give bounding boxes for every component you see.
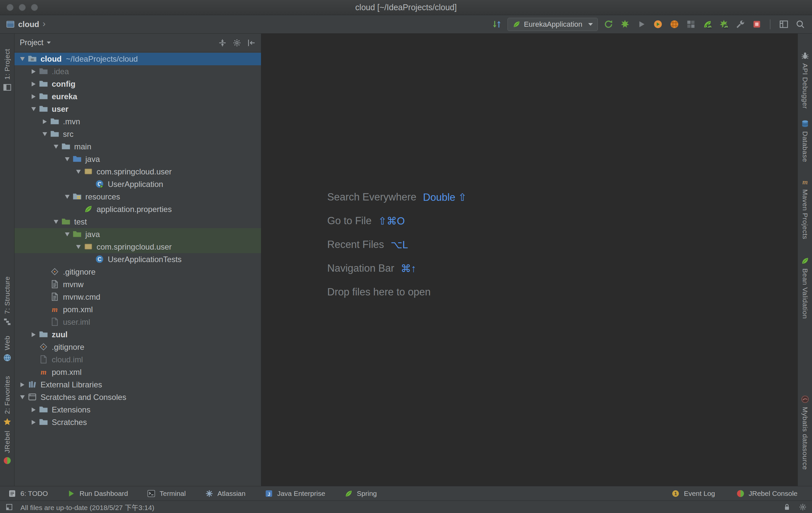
xrebel-icon[interactable] [668,19,680,30]
project-view-selector[interactable]: Project [20,38,44,47]
jrebel-debug-icon[interactable]: JR [718,19,730,30]
rerun-icon[interactable] [602,19,614,30]
tool-window-button-event-log[interactable]: 1Event Log [671,489,715,498]
tool-stripe-button-mybatis-datasource[interactable]: Mybatis datasource [798,395,812,470]
tree-item-extensions[interactable]: Extensions [14,403,261,416]
close-button[interactable] [7,4,13,11]
chevron-expanded-icon[interactable] [63,228,72,241]
tool-stripe-button-7-structure[interactable]: 7: Structure [0,276,14,326]
vcs-changes-icon[interactable] [491,19,503,30]
chevron-collapsed-icon[interactable] [29,65,38,78]
tool-stripe-button-1-project[interactable]: 1: Project [0,49,14,92]
run-with-jrebel-icon[interactable] [652,19,664,30]
minimize-button[interactable] [19,4,26,11]
editor-area[interactable]: Search EverywhereDouble ⇧Go to File⇧⌘ORe… [261,34,798,486]
tree-item-userapplicationtests[interactable]: CUserApplicationTests [14,253,261,266]
tool-window-button-6-todo[interactable]: 6: TODO [8,489,48,498]
chevron-expanded-icon[interactable] [40,128,50,140]
chevron-expanded-icon[interactable] [74,166,83,178]
tree-item-test[interactable]: test [14,216,261,228]
tree-item-cloud-iml[interactable]: cloud.iml [14,353,261,366]
tool-stripe-button-jrebel[interactable]: JRebel [0,431,14,465]
tree-item-label: UserApplication [108,180,163,189]
tree-item-com-springcloud-user[interactable]: com.springcloud.user [14,166,261,178]
tree-item--gitignore[interactable]: .gitignore [14,341,261,353]
chevron-spacer [40,316,50,329]
chevron-collapsed-icon[interactable] [29,78,38,90]
tool-stripe-button-2-favorites[interactable]: 2: Favorites [0,376,14,426]
tree-item-scratches-and-consoles[interactable]: Scratches and Consoles [14,391,261,403]
project-tool-icon [3,83,11,92]
tool-stripe-button-database[interactable]: Database [798,119,812,162]
jrebel-update-icon[interactable] [619,19,631,30]
tree-item-java[interactable]: java [14,153,261,166]
tree-item-main[interactable]: main [14,140,261,153]
breadcrumb-project[interactable]: cloud [18,20,39,29]
tool-window-button-run-dashboard[interactable]: Run Dashboard [67,489,128,498]
tree-item-pom-xml[interactable]: mpom.xml [14,366,261,378]
tree-item--idea[interactable]: .idea [14,65,261,78]
profiler-icon[interactable] [734,19,746,30]
tree-item-mvnw[interactable]: mvnw [14,278,261,291]
run-icon[interactable] [635,19,647,30]
tree-item-com-springcloud-user[interactable]: com.springcloud.user [14,241,261,253]
tree-item-application-properties[interactable]: application.properties [14,203,261,216]
jrebel-run-icon[interactable]: JR [701,19,713,30]
tool-stripe-button-maven-projects[interactable]: mMaven Projects [798,177,812,239]
tree-item-external-libraries[interactable]: External Libraries [14,378,261,391]
tree-item-config[interactable]: config [14,78,261,90]
tool-window-button-label: Terminal [160,490,185,497]
collapse-all-icon[interactable] [218,38,227,47]
chevron-collapsed-icon[interactable] [18,378,27,391]
chevron-collapsed-icon[interactable] [29,403,38,416]
toggle-stripes-icon[interactable] [5,503,13,511]
chevron-expanded-icon[interactable] [63,153,72,166]
chevron-expanded-icon[interactable] [51,140,61,153]
stop-icon[interactable] [751,19,762,30]
run-config-selector[interactable]: EurekaApplication [508,18,598,31]
tool-window-button-java-enterprise[interactable]: JJava Enterprise [265,489,325,498]
hector-icon[interactable] [799,503,807,511]
chevron-collapsed-icon[interactable] [29,329,38,341]
hide-panel-icon[interactable] [247,38,256,47]
tree-item-java[interactable]: java [14,228,261,241]
tool-stripe-button-web[interactable]: Web [0,336,14,362]
tree-item--gitignore[interactable]: .gitignore [14,266,261,278]
restore-layout-icon[interactable] [778,19,790,30]
tree-item-cloud[interactable]: cloud~/IdeaProjects/cloud [14,53,261,65]
chevron-expanded-icon[interactable] [51,216,61,228]
chevron-expanded-icon[interactable] [74,241,83,253]
tree-item-resources[interactable]: resources [14,191,261,203]
tool-window-button-terminal[interactable]: Terminal [147,489,185,498]
chevron-collapsed-icon[interactable] [40,115,50,128]
coverage-icon[interactable] [685,19,697,30]
tree-item-userapplication[interactable]: CUserApplication [14,178,261,191]
chevron-collapsed-icon[interactable] [29,416,38,429]
chevron-expanded-icon[interactable] [18,391,27,403]
chevron-collapsed-icon[interactable] [29,90,38,103]
write-lock-icon[interactable] [783,503,791,511]
tree-item-src[interactable]: src [14,128,261,140]
chevron-expanded-icon[interactable] [63,191,72,203]
chevron-expanded-icon[interactable] [18,53,27,65]
tool-window-button-atlassian[interactable]: Atlassian [205,489,245,498]
tree-item-scratches[interactable]: Scratches [14,416,261,429]
shortcut-keystroke: Double ⇧ [423,191,467,203]
tool-window-button-spring[interactable]: Spring [344,489,377,498]
tree-item-user-iml[interactable]: user.iml [14,316,261,329]
tool-stripe-button-bean-validation[interactable]: Bean Validation [798,256,812,319]
tree-item-eureka[interactable]: eureka [14,90,261,103]
settings-gear-icon[interactable] [233,38,241,47]
tree-item-zuul[interactable]: zuul [14,329,261,341]
tree-item-label: eureka [52,92,77,101]
tool-stripe-button-api-debugger[interactable]: API Debugger [798,51,812,109]
tool-window-button-jrebel-console[interactable]: JRebel Console [736,489,798,498]
chevron-expanded-icon[interactable] [29,103,38,115]
zoom-button[interactable] [31,4,38,11]
tree-item-pom-xml[interactable]: mpom.xml [14,303,261,316]
tree-item--mvn[interactable]: .mvn [14,115,261,128]
tree-item-mvnw-cmd[interactable]: mvnw.cmd [14,291,261,303]
tool-stripe-label: 7: Structure [3,276,11,314]
search-everywhere-icon[interactable] [794,19,806,30]
tree-item-user[interactable]: user [14,103,261,115]
